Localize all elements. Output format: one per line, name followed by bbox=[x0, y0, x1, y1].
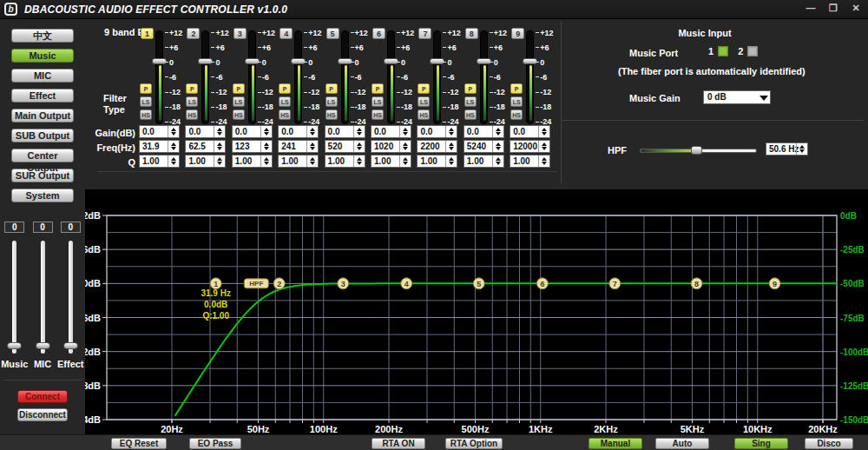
eq-q-spinner-band4[interactable]: 1.00 bbox=[278, 155, 319, 168]
fader[interactable] bbox=[62, 241, 80, 355]
spinner-up-icon[interactable] bbox=[357, 157, 362, 161]
filter-type-p-button[interactable]: P bbox=[418, 83, 430, 94]
filter-type-p-button[interactable]: P bbox=[464, 83, 477, 94]
filter-type-hs-button[interactable]: HS bbox=[326, 109, 338, 120]
spinner-up-icon[interactable] bbox=[542, 142, 547, 146]
filter-type-p-button[interactable]: P bbox=[233, 83, 245, 94]
spinner-down-icon[interactable] bbox=[449, 132, 454, 136]
filter-type-p-button[interactable]: P bbox=[372, 83, 384, 94]
sidebar-item-Effect[interactable]: Effect bbox=[11, 89, 74, 103]
eq-gain-spinner-band4[interactable]: 0.0 bbox=[278, 125, 319, 138]
eq-band-select-button[interactable]: 3 bbox=[233, 28, 247, 39]
spinner-up-icon[interactable] bbox=[449, 142, 454, 146]
spinner-down-icon[interactable] bbox=[217, 132, 222, 136]
sidebar-item-SUR Output[interactable]: SUR Output bbox=[11, 169, 74, 182]
band-marker-7[interactable]: 7 bbox=[609, 278, 621, 289]
filter-type-ls-button[interactable]: LS bbox=[279, 96, 291, 107]
filter-type-ls-button[interactable]: LS bbox=[326, 96, 338, 107]
sidebar-item-SUB Output[interactable]: SUB Output bbox=[11, 129, 74, 142]
spinner-up-icon[interactable] bbox=[357, 128, 362, 131]
connect-button[interactable]: Connect bbox=[17, 390, 68, 403]
spinner-down-icon[interactable] bbox=[449, 147, 454, 150]
spinner-down-icon[interactable] bbox=[496, 162, 501, 165]
spinner-down-icon[interactable] bbox=[264, 162, 269, 165]
spinner-up-icon[interactable] bbox=[449, 128, 454, 131]
eq-freq-spinner-band7[interactable]: 2200 bbox=[417, 140, 457, 153]
spinner-up-icon[interactable] bbox=[171, 157, 176, 161]
spinner-arrows-icon[interactable] bbox=[260, 126, 272, 137]
filter-type-hs-button[interactable]: HS bbox=[279, 109, 291, 120]
manual-button[interactable]: Manual bbox=[589, 438, 642, 449]
eq-q-spinner-band5[interactable]: 1.00 bbox=[325, 155, 365, 168]
spinner-down-icon[interactable] bbox=[357, 132, 362, 136]
spinner-arrows-icon[interactable] bbox=[399, 156, 411, 167]
eq-freq-spinner-band1[interactable]: 31.9 bbox=[139, 140, 180, 153]
spinner-arrows-icon[interactable] bbox=[445, 156, 457, 167]
eq-q-spinner-band2[interactable]: 1.00 bbox=[185, 155, 226, 168]
hpf-curve-marker[interactable]: HPF bbox=[244, 279, 268, 288]
spinner-up-icon[interactable] bbox=[542, 157, 547, 161]
spinner-arrows-icon[interactable] bbox=[168, 126, 179, 137]
eq-freq-spinner-band5[interactable]: 520 bbox=[325, 140, 365, 153]
filter-type-hs-button[interactable]: HS bbox=[233, 109, 245, 120]
spinner-arrows-icon[interactable] bbox=[306, 141, 318, 152]
hpf-slider-thumb[interactable] bbox=[691, 146, 702, 155]
spinner-arrows-icon[interactable] bbox=[214, 126, 225, 137]
eq-band-select-button[interactable]: 8 bbox=[465, 28, 478, 39]
filter-type-p-button[interactable]: P bbox=[326, 83, 338, 94]
spinner-arrows-icon[interactable] bbox=[306, 156, 318, 167]
spinner-up-icon[interactable] bbox=[171, 142, 176, 146]
filter-type-hs-button[interactable]: HS bbox=[510, 109, 523, 120]
hpf-value-spinner[interactable]: 50.6 Hz bbox=[766, 142, 808, 156]
spinner-arrows-icon[interactable] bbox=[214, 156, 225, 167]
spinner-arrows-icon[interactable] bbox=[492, 156, 503, 167]
fader-thumb[interactable] bbox=[7, 342, 22, 349]
eq-gain-slider[interactable] bbox=[433, 30, 441, 124]
sidebar-item-Music[interactable]: Music bbox=[11, 49, 74, 63]
eq-q-spinner-band9[interactable]: 1.00 bbox=[510, 155, 550, 168]
spinner-down-icon[interactable] bbox=[403, 162, 408, 165]
filter-type-ls-button[interactable]: LS bbox=[464, 96, 477, 107]
spinner-up-icon[interactable] bbox=[171, 128, 176, 131]
eq-gain-spinner-band5[interactable]: 0.0 bbox=[325, 125, 365, 138]
band-marker-4[interactable]: 4 bbox=[401, 278, 412, 289]
sing-button[interactable]: Sing bbox=[734, 438, 788, 449]
spinner-up-icon[interactable] bbox=[264, 157, 269, 161]
filter-type-ls-button[interactable]: LS bbox=[140, 96, 152, 107]
eq-gain-spinner-band9[interactable]: 0.0 bbox=[510, 125, 550, 138]
fader-thumb[interactable] bbox=[36, 342, 50, 349]
band-marker-8[interactable]: 8 bbox=[691, 278, 702, 289]
eq-gain-slider[interactable] bbox=[248, 30, 256, 124]
sidebar-item-中文[interactable]: 中文 bbox=[11, 29, 74, 43]
eq-freq-spinner-band8[interactable]: 5240 bbox=[464, 140, 504, 153]
spinner-arrows-icon[interactable] bbox=[353, 156, 365, 167]
eq-gain-spinner-band1[interactable]: 0.0 bbox=[139, 125, 180, 138]
sidebar-item-MIC[interactable]: MIC bbox=[11, 69, 74, 83]
sidebar-item-System[interactable]: System bbox=[11, 189, 74, 202]
filter-type-ls-button[interactable]: LS bbox=[510, 96, 523, 107]
filter-type-ls-button[interactable]: LS bbox=[418, 96, 430, 107]
band-marker-3[interactable]: 3 bbox=[338, 278, 349, 289]
filter-type-p-button[interactable]: P bbox=[140, 83, 152, 94]
filter-type-hs-button[interactable]: HS bbox=[418, 109, 430, 120]
rta-option-button[interactable]: RTA Option bbox=[445, 438, 503, 449]
spinner-down-icon[interactable] bbox=[171, 162, 176, 165]
eq-freq-spinner-band6[interactable]: 1020 bbox=[371, 140, 411, 153]
filter-type-hs-button[interactable]: HS bbox=[186, 109, 198, 120]
eq-band-select-button[interactable]: 5 bbox=[326, 28, 339, 39]
eq-gain-spinner-band2[interactable]: 0.0 bbox=[185, 125, 226, 138]
eq-band-select-button[interactable]: 7 bbox=[418, 28, 431, 39]
spinner-up-icon[interactable] bbox=[542, 128, 547, 131]
spinner-arrows-icon[interactable] bbox=[168, 156, 179, 167]
spinner-down-icon[interactable] bbox=[357, 162, 362, 165]
disconnect-button[interactable]: Disconnect bbox=[17, 408, 68, 421]
eq-freq-spinner-band9[interactable]: 12000 bbox=[510, 140, 550, 153]
eq-gain-spinner-band8[interactable]: 0.0 bbox=[464, 125, 504, 138]
maximize-icon[interactable]: ❐ bbox=[826, 3, 840, 14]
spinner-up-icon[interactable] bbox=[496, 128, 501, 131]
eq-gain-slider[interactable] bbox=[201, 30, 209, 124]
spinner-arrows-icon[interactable] bbox=[796, 143, 807, 155]
spinner-arrows-icon[interactable] bbox=[492, 126, 503, 137]
spinner-down-icon[interactable] bbox=[542, 162, 547, 165]
music-gain-select[interactable]: 0 dB bbox=[703, 90, 771, 104]
